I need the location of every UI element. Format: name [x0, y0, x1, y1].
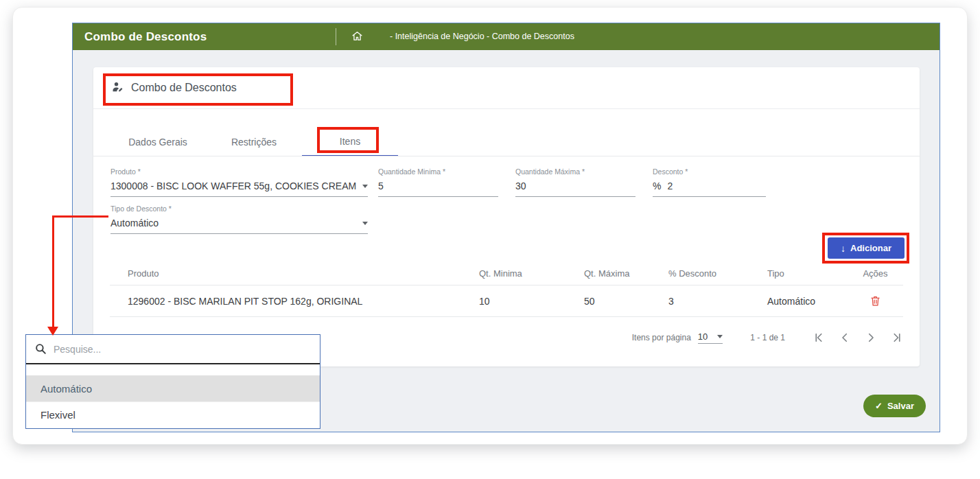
last-page-icon[interactable] — [891, 331, 903, 344]
pagination-nav — [813, 331, 903, 344]
chevron-down-icon[interactable] — [362, 185, 368, 188]
card-header: Combo de Descontos — [93, 67, 920, 109]
row-desconto: 3 — [651, 296, 749, 307]
tipo-desconto-value: Automático — [110, 218, 358, 229]
search-input[interactable] — [54, 344, 280, 355]
table-header-row: Produto Qt. Minima Qt. Máxima % Desconto… — [110, 262, 903, 285]
topbar-divider — [336, 28, 336, 45]
col-qt-minima: Qt. Minima — [461, 268, 566, 279]
produto-select[interactable]: Produto * 1300008 - BISC LOOK WAFFER 55g… — [110, 167, 368, 197]
table-row: 1296002 - BISC MARILAN PIT STOP 162g, OR… — [110, 285, 903, 317]
col-acoes: Ações — [848, 268, 903, 279]
salvar-button-label: Salvar — [887, 401, 914, 411]
tab-itens[interactable]: Itens — [302, 128, 398, 156]
breadcrumb: - Inteligência de Negócio - Combo de Des… — [390, 32, 574, 41]
col-qt-maxima: Qt. Máxima — [566, 268, 651, 279]
search-icon — [34, 342, 47, 355]
col-produto: Produto — [110, 268, 461, 279]
row-tipo: Automático — [749, 296, 848, 307]
quantidade-maxima-label: Quantidade Máxima * — [515, 167, 635, 176]
desconto-label: Desconto * — [653, 167, 766, 176]
salvar-button[interactable]: ✓ Salvar — [863, 395, 926, 417]
content-card: Combo de Descontos Dados Gerais Restriçõ… — [93, 67, 920, 366]
adicionar-button-label: Adicionar — [850, 243, 891, 253]
option-flexivel[interactable]: Flexivel — [26, 401, 320, 428]
page-title: Combo de Descontos — [73, 30, 207, 44]
chevron-down-icon[interactable] — [717, 335, 723, 338]
tipo-desconto-dropdown: Automático Flexivel — [25, 334, 320, 429]
percent-prefix: % — [653, 180, 661, 191]
quantidade-minima-field[interactable]: Quantidade Minima * 5 — [378, 167, 498, 197]
quantidade-maxima-value: 30 — [515, 180, 635, 191]
produto-value: 1300008 - BISC LOOK WAFFER 55g, COOKIES … — [110, 180, 358, 191]
dropdown-search-row — [26, 335, 320, 364]
col-desconto: % Desconto — [651, 268, 749, 279]
page-range: 1 - 1 de 1 — [750, 333, 785, 342]
page-size-value: 10 — [698, 331, 708, 342]
quantidade-minima-label: Quantidade Minima * — [378, 167, 498, 176]
desconto-value: 2 — [667, 180, 766, 191]
first-page-icon[interactable] — [813, 331, 825, 344]
person-edit-icon — [111, 80, 124, 96]
paginator: Itens por página 10 1 - 1 de 1 — [632, 324, 903, 351]
items-per-page-label: Itens por página — [632, 333, 691, 342]
tab-bar: Dados Gerais Restrições Itens — [110, 128, 398, 156]
tab-dados-gerais[interactable]: Dados Gerais — [110, 128, 206, 156]
trash-icon — [870, 295, 881, 307]
row-produto: 1296002 - BISC MARILAN PIT STOP 162g, OR… — [110, 296, 461, 307]
option-automatico[interactable]: Automático — [26, 375, 320, 401]
card-title: Combo de Descontos — [131, 82, 237, 94]
dropdown-spacer — [26, 364, 320, 375]
check-icon: ✓ — [875, 401, 883, 410]
arrow-down-icon: ↓ — [841, 244, 845, 253]
produto-label: Produto * — [110, 167, 368, 176]
page-size-select[interactable]: 10 — [698, 331, 723, 344]
topbar: Combo de Descontos - Inteligência de Neg… — [73, 23, 940, 50]
tipo-desconto-label: Tipo de Desconto * — [110, 205, 368, 213]
items-table: Produto Qt. Minima Qt. Máxima % Desconto… — [110, 262, 903, 317]
tab-restricoes[interactable]: Restrições — [206, 128, 302, 156]
delete-row-button[interactable] — [848, 295, 903, 307]
next-page-icon[interactable] — [865, 331, 877, 344]
chevron-down-icon[interactable] — [362, 222, 368, 225]
adicionar-button[interactable]: ↓ Adicionar — [828, 237, 905, 259]
desconto-field[interactable]: Desconto * % 2 — [653, 167, 766, 197]
home-icon[interactable] — [351, 30, 363, 45]
quantidade-minima-value: 5 — [378, 180, 498, 191]
tipo-desconto-select[interactable]: Tipo de Desconto * Automático — [110, 205, 368, 234]
previous-page-icon[interactable] — [839, 331, 851, 344]
row-qt-maxima: 50 — [566, 296, 651, 307]
quantidade-maxima-field[interactable]: Quantidade Máxima * 30 — [515, 167, 635, 197]
tabs-baseline — [93, 156, 920, 156]
col-tipo: Tipo — [749, 268, 848, 279]
row-qt-minima: 10 — [461, 296, 566, 307]
